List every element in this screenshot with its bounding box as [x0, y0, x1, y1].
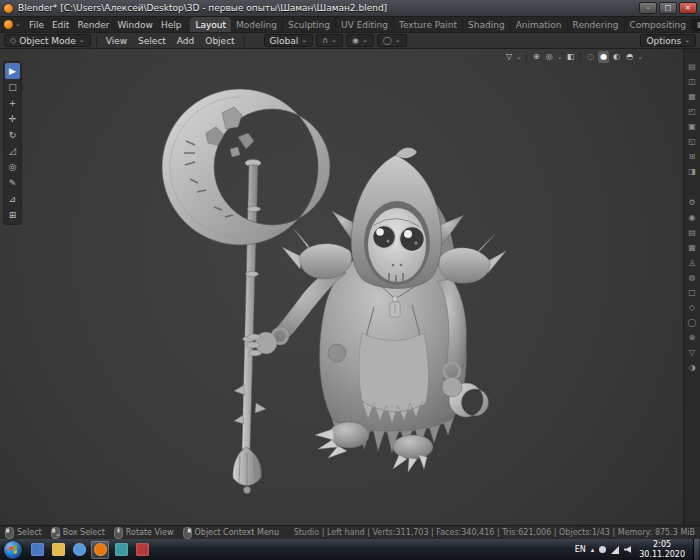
- pole-band: [246, 271, 259, 276]
- pole-thorn: [234, 385, 245, 395]
- taskbar-app-5[interactable]: [112, 541, 130, 559]
- network-icon[interactable]: [611, 546, 619, 554]
- chevron-down-icon: ⌄: [79, 37, 85, 44]
- dock-top-icon-3[interactable]: ▦: [686, 89, 699, 104]
- scene-selector[interactable]: ▦ Scene: [692, 19, 700, 31]
- dock-top-icon-4[interactable]: ◰: [686, 104, 699, 119]
- maximize-button[interactable]: □: [659, 2, 677, 14]
- shading-material-button[interactable]: ◐: [611, 51, 622, 63]
- measure-tool[interactable]: ⊿: [5, 191, 20, 207]
- menu-render[interactable]: Render: [73, 17, 113, 32]
- properties-tab-modifiers[interactable]: ◇: [686, 300, 699, 315]
- transform-orientation-selector[interactable]: Global ⌄: [264, 34, 314, 47]
- window-titlebar[interactable]: Blender* [C:\Users\Алексей\Desktop\3D - …: [0, 0, 700, 17]
- workspace-tab-layout[interactable]: Layout: [190, 17, 231, 32]
- workspace-tab-compositing[interactable]: Compositing: [625, 17, 692, 32]
- menu-help[interactable]: Help: [157, 17, 186, 32]
- magnet-icon: ∩: [322, 37, 328, 45]
- show-desktop-button[interactable]: [693, 539, 699, 560]
- menu-edit[interactable]: Edit: [48, 17, 73, 32]
- cursor-tool[interactable]: +: [5, 95, 20, 111]
- properties-tab-constraints[interactable]: ⊗: [686, 330, 699, 345]
- blender-logo-icon: [4, 20, 13, 29]
- shaman-object[interactable]: [247, 148, 507, 472]
- selectability-filter-icon[interactable]: ▽: [504, 51, 514, 63]
- gizmo-toggle-icon[interactable]: ⊕: [531, 51, 542, 63]
- taskbar-app-blender[interactable]: [91, 541, 109, 559]
- workspace-tab-animation[interactable]: Animation: [511, 17, 568, 32]
- rotate-tool[interactable]: ↻: [5, 127, 20, 143]
- dock-top-icon-5[interactable]: ▣: [686, 119, 699, 134]
- properties-tab-scene[interactable]: ◬: [686, 255, 699, 270]
- properties-tab-material[interactable]: ◑: [686, 360, 699, 375]
- dock-top-icon-8[interactable]: ◨: [686, 164, 699, 179]
- scale-tool[interactable]: ◿: [5, 143, 20, 159]
- overlays-toggle-icon[interactable]: ◎: [544, 51, 555, 63]
- taskbar-app-explorer[interactable]: [49, 541, 67, 559]
- volume-icon[interactable]: [624, 546, 631, 553]
- tassel-tip: [244, 487, 251, 494]
- properties-tab-view-layer[interactable]: ▦: [686, 240, 699, 255]
- transform-tool[interactable]: ◎: [5, 159, 20, 175]
- taskbar-app-browser[interactable]: [70, 541, 88, 559]
- menu-add[interactable]: Add: [173, 36, 198, 46]
- workspace-tab-shading[interactable]: Shading: [463, 17, 511, 32]
- crescent-blade: [162, 89, 330, 245]
- viewport-3d[interactable]: ▽ ⌄ ⊕ ◎ ⌄ ◧ ◌ ● ◐ ◓ ⌄ ▶ □ + ✛ ↻: [0, 49, 683, 525]
- menu-object[interactable]: Object: [201, 36, 238, 46]
- taskbar-clock[interactable]: 2:05 30.11.2020: [636, 540, 688, 559]
- annotate-tool[interactable]: ✎: [5, 175, 20, 191]
- status-hint-label: Object Context Menu: [195, 528, 279, 537]
- dock-top-icon-6[interactable]: ◱: [686, 134, 699, 149]
- folder-icon: [52, 543, 65, 556]
- add-cube-tool[interactable]: ⊞: [5, 207, 20, 223]
- properties-tab-data[interactable]: ▽: [686, 345, 699, 360]
- xray-toggle-icon[interactable]: ◧: [565, 51, 577, 63]
- blender-menu-button[interactable]: ⌄: [0, 17, 25, 32]
- finger: [247, 342, 260, 348]
- workspace-tab-modeling[interactable]: Modeling: [231, 17, 283, 32]
- workspace-tab-rendering[interactable]: Rendering: [568, 17, 625, 32]
- properties-tab-world[interactable]: ◍: [686, 270, 699, 285]
- status-hint-label: Rotate View: [126, 528, 174, 537]
- blender-app-icon: [3, 3, 14, 14]
- properties-tab-physics[interactable]: ◯: [686, 315, 699, 330]
- action-center-icon[interactable]: [599, 546, 606, 553]
- menu-file[interactable]: File: [25, 17, 48, 32]
- menu-select[interactable]: Select: [134, 36, 170, 46]
- pivot-point-selector[interactable]: ◉ ⌄: [346, 34, 374, 47]
- shading-wireframe-button[interactable]: ◌: [585, 51, 596, 63]
- divider: [526, 52, 527, 62]
- workspace-tab-uv-editing[interactable]: UV Editing: [336, 17, 394, 32]
- mode-selector[interactable]: ◇ Object Mode ⌄: [4, 34, 91, 47]
- dock-top-icon-2[interactable]: ◫: [686, 74, 699, 89]
- minimize-button[interactable]: –: [639, 2, 657, 14]
- taskbar-app-media[interactable]: [28, 541, 46, 559]
- status-hint-box-select: Box Select: [51, 527, 105, 539]
- hidden-icons-arrow[interactable]: ▴: [591, 546, 595, 554]
- snap-toggle[interactable]: ∩ ⌄: [316, 34, 343, 47]
- proportional-editing-toggle[interactable]: ◯ ⌄: [377, 34, 407, 47]
- select-box-tool[interactable]: □: [5, 79, 20, 95]
- move-tool[interactable]: ✛: [5, 111, 20, 127]
- menu-view[interactable]: View: [102, 36, 131, 46]
- clock-date: 30.11.2020: [639, 550, 685, 560]
- workspace-tab-sculpting[interactable]: Sculpting: [283, 17, 336, 32]
- hood-tip: [396, 148, 417, 158]
- dock-top-icon-7[interactable]: ⊞: [686, 149, 699, 164]
- close-button[interactable]: ✕: [679, 2, 697, 14]
- dock-top-icon-1[interactable]: ▤: [686, 59, 699, 74]
- taskbar-app-6[interactable]: [133, 541, 151, 559]
- properties-tab-object[interactable]: □: [686, 285, 699, 300]
- options-menu[interactable]: Options ⌄: [640, 34, 696, 47]
- shading-solid-button[interactable]: ●: [598, 51, 609, 63]
- workspace-tab-texture-paint[interactable]: Texture Paint: [394, 17, 463, 32]
- language-indicator[interactable]: EN: [575, 545, 586, 554]
- properties-tab-tool[interactable]: ⚙: [686, 195, 699, 210]
- tweak-select-tool[interactable]: ▶: [5, 63, 20, 79]
- shading-rendered-button[interactable]: ◓: [624, 51, 635, 63]
- start-button[interactable]: [4, 541, 22, 559]
- properties-tab-output[interactable]: ▤: [686, 225, 699, 240]
- menu-window[interactable]: Window: [113, 17, 157, 32]
- properties-tab-render[interactable]: ◉: [686, 210, 699, 225]
